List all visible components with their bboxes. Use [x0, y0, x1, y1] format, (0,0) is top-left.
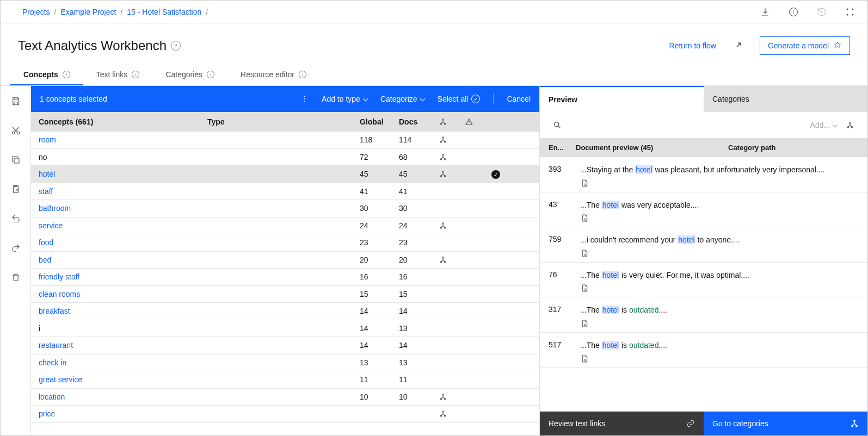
concept-name[interactable]: room — [39, 135, 207, 144]
right-tab-categories[interactable]: Categories — [704, 86, 867, 112]
tree-icon[interactable] — [439, 153, 465, 161]
document-search-icon[interactable] — [580, 319, 859, 328]
concept-row[interactable]: restaurant1414 — [31, 337, 539, 354]
col-doc-preview[interactable]: Document preview (45) — [576, 144, 728, 152]
concept-name[interactable]: bathroom — [39, 204, 207, 213]
concept-row[interactable]: food2323 — [31, 234, 539, 252]
concept-row[interactable]: check in1313 — [31, 354, 539, 372]
apps-icon[interactable] — [841, 3, 859, 21]
info-icon[interactable]: i — [63, 71, 70, 78]
breadcrumb-node[interactable]: 15 - Hotel Satisfaction — [127, 8, 201, 16]
tree-icon[interactable] — [841, 116, 859, 134]
tab-categories[interactable]: Categoriesi — [152, 65, 227, 85]
concept-name[interactable]: i — [39, 324, 207, 333]
save-icon[interactable] — [6, 91, 26, 111]
concept-row[interactable]: clean rooms1515 — [31, 286, 539, 303]
concept-name[interactable]: clean rooms — [39, 290, 207, 298]
concept-row[interactable]: room118114 — [31, 132, 539, 149]
concept-name[interactable]: breakfast — [39, 307, 207, 315]
delete-icon[interactable] — [6, 267, 26, 287]
concept-row[interactable]: i1413 — [31, 320, 539, 338]
concept-row[interactable]: bed2020 — [31, 252, 539, 269]
preview-row[interactable]: 317...The hotel is outdated.... — [540, 297, 867, 333]
tree-icon[interactable] — [439, 136, 465, 144]
concept-name[interactable]: hotel — [39, 170, 207, 178]
concept-name[interactable]: price — [39, 409, 207, 418]
col-cat-path[interactable]: Category path — [728, 144, 859, 152]
document-search-icon[interactable] — [580, 284, 859, 292]
col-type[interactable]: Type — [207, 117, 360, 126]
tab-text-links[interactable]: Text linksi — [83, 65, 153, 85]
breadcrumb-projects[interactable]: Projects — [22, 8, 50, 16]
concept-row[interactable]: bathroom3030 — [31, 200, 539, 217]
concept-name[interactable]: bed — [39, 256, 207, 264]
overflow-menu-icon[interactable]: ⋮ — [301, 95, 309, 103]
redo-icon[interactable] — [6, 238, 26, 258]
concept-name[interactable]: service — [39, 221, 207, 230]
concept-row[interactable]: hotel4545✓ — [31, 166, 539, 183]
concept-row[interactable]: service2424 — [31, 217, 539, 235]
concept-row[interactable]: great service1111 — [31, 371, 539, 389]
concept-name[interactable]: check in — [39, 358, 207, 367]
concept-row[interactable]: friendly staff1616 — [31, 269, 539, 286]
return-to-flow-link[interactable]: Return to flow — [669, 41, 716, 50]
info-icon[interactable]: i — [785, 3, 802, 21]
concept-name[interactable]: great service — [39, 375, 207, 384]
col-concepts[interactable]: Concepts (661) — [39, 117, 207, 126]
tree-icon[interactable] — [439, 256, 465, 264]
preview-row[interactable]: 43...The hotel was very acceptable.... — [540, 192, 867, 228]
tree-icon[interactable] — [439, 170, 465, 178]
categorize-button[interactable]: Categorize — [380, 95, 424, 103]
review-text-links-button[interactable]: Review text links — [540, 412, 704, 435]
tree-column-icon[interactable] — [439, 118, 465, 126]
concept-name[interactable]: friendly staff — [39, 272, 207, 281]
document-search-icon[interactable] — [580, 354, 859, 363]
download-icon[interactable] — [756, 3, 774, 21]
preview-row[interactable]: 76...The hotel is very quiet. For me, it… — [540, 263, 867, 298]
concept-name[interactable]: staff — [39, 187, 207, 196]
go-to-categories-button[interactable]: Go to categories — [704, 412, 867, 435]
col-docs[interactable]: Docs — [399, 117, 439, 126]
info-icon[interactable]: i — [132, 71, 139, 78]
help-icon[interactable]: ? — [171, 41, 181, 51]
concept-name[interactable]: food — [39, 238, 207, 247]
history-icon[interactable] — [813, 3, 830, 21]
concept-row[interactable]: breakfast1414 — [31, 303, 539, 320]
add-to-type-button[interactable]: Add to type — [322, 95, 367, 103]
concept-name[interactable]: location — [39, 393, 207, 401]
tree-icon[interactable] — [439, 222, 465, 229]
cancel-button[interactable]: Cancel — [507, 95, 531, 103]
expand-arrow-icon[interactable] — [729, 37, 747, 54]
tab-resource-editor[interactable]: Resource editori — [227, 65, 319, 85]
cut-icon[interactable] — [6, 121, 26, 140]
search-icon[interactable] — [549, 116, 566, 134]
preview-row[interactable]: 393...Staying at the hotel was pleasant,… — [540, 157, 867, 192]
preview-row[interactable]: 759...i couldn't recommend your hotel to… — [540, 227, 867, 263]
generate-model-button[interactable]: Generate a model — [760, 36, 850, 55]
concept-row[interactable]: no7268 — [31, 149, 539, 166]
undo-icon[interactable] — [6, 209, 26, 228]
concept-row[interactable]: location1010 — [31, 389, 539, 406]
document-search-icon[interactable] — [580, 214, 859, 222]
breadcrumb-project[interactable]: Example Project — [60, 8, 116, 16]
document-search-icon[interactable] — [580, 179, 859, 188]
tree-icon[interactable] — [439, 393, 465, 401]
add-dropdown[interactable]: Add... — [810, 121, 837, 129]
paste-icon[interactable] — [6, 179, 26, 199]
tree-icon[interactable] — [439, 410, 465, 418]
select-all-button[interactable]: Select all✓ — [438, 95, 481, 103]
info-icon[interactable]: i — [207, 71, 214, 78]
col-global[interactable]: Global — [360, 117, 399, 126]
info-icon[interactable]: i — [299, 71, 306, 78]
right-tab-preview[interactable]: Preview — [540, 86, 704, 112]
concept-name[interactable]: restaurant — [39, 341, 207, 350]
copy-icon[interactable] — [6, 150, 26, 170]
concept-row[interactable]: price — [31, 406, 539, 423]
document-search-icon[interactable] — [580, 249, 859, 258]
concept-row[interactable]: staff4141 — [31, 183, 539, 201]
concept-name[interactable]: no — [39, 153, 207, 161]
warning-column-icon[interactable] — [465, 118, 491, 126]
tab-concepts[interactable]: Conceptsi — [10, 65, 83, 85]
preview-row[interactable]: 517...The hotel is outdated.... — [540, 333, 867, 368]
col-entry[interactable]: En... — [549, 144, 576, 152]
